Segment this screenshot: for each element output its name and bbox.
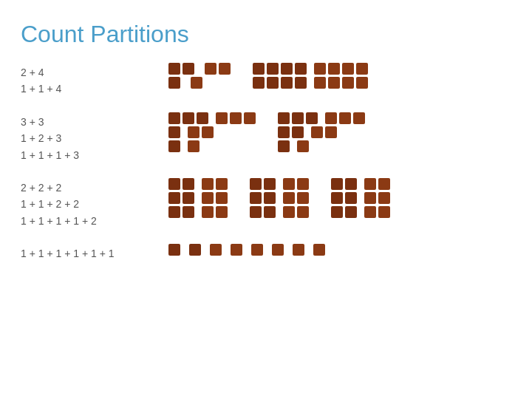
block <box>281 63 293 75</box>
block <box>168 244 180 256</box>
block <box>295 77 307 89</box>
label-4-1: 1 + 1 + 1 + 1 + 1 + 1 <box>21 245 168 262</box>
block <box>306 112 318 124</box>
block <box>364 178 376 190</box>
labels-3: 2 + 2 + 2 1 + 1 + 2 + 2 1 + 1 + 1 + 1 + … <box>21 178 168 229</box>
block <box>202 126 214 138</box>
block <box>264 206 276 218</box>
block <box>168 63 180 75</box>
block <box>202 178 214 190</box>
block <box>231 244 242 256</box>
block <box>364 192 376 204</box>
block <box>216 178 228 190</box>
label-2-1: 3 + 3 <box>21 114 168 130</box>
block <box>342 63 354 75</box>
block <box>278 140 290 152</box>
block <box>295 63 307 75</box>
block <box>264 178 276 190</box>
label-3-3: 1 + 1 + 1 + 1 + 2 <box>21 213 168 229</box>
block <box>378 178 390 190</box>
block <box>197 112 208 124</box>
block <box>244 112 256 124</box>
diagram-2-1 <box>168 112 256 152</box>
label-3-1: 2 + 2 + 2 <box>21 180 168 196</box>
block <box>272 244 284 256</box>
block <box>216 192 228 204</box>
block <box>345 206 357 218</box>
diagram-3-2 <box>250 178 309 218</box>
block <box>250 206 262 218</box>
block <box>283 178 295 190</box>
labels-4: 1 + 1 + 1 + 1 + 1 + 1 <box>21 244 168 262</box>
block <box>378 192 390 204</box>
block <box>264 192 276 204</box>
block <box>356 77 368 89</box>
block <box>328 77 340 89</box>
block <box>267 63 279 75</box>
block <box>331 192 343 204</box>
block <box>325 112 337 124</box>
block <box>311 126 323 138</box>
block <box>378 206 390 218</box>
block <box>253 77 265 89</box>
block <box>202 206 214 218</box>
block <box>356 63 368 75</box>
partition-row-3: 2 + 2 + 2 1 + 1 + 2 + 2 1 + 1 + 1 + 1 + … <box>21 178 511 229</box>
block <box>292 126 304 138</box>
block <box>314 77 326 89</box>
block <box>168 77 180 89</box>
label-1-1: 2 + 4 <box>21 64 168 81</box>
labels-2: 3 + 3 1 + 2 + 3 1 + 1 + 1 + 3 <box>21 112 168 163</box>
diagram-1-2 <box>253 63 368 89</box>
block <box>364 206 376 218</box>
block <box>168 140 180 152</box>
partition-row-4: 1 + 1 + 1 + 1 + 1 + 1 <box>21 244 511 262</box>
block <box>281 77 293 89</box>
block <box>183 63 194 75</box>
block <box>183 192 194 204</box>
partition-row-1: 2 + 4 1 + 1 + 4 <box>21 63 511 98</box>
diagrams-2 <box>168 112 511 152</box>
block <box>183 112 194 124</box>
block <box>216 112 228 124</box>
block <box>297 206 309 218</box>
diagram-3-3 <box>331 178 390 218</box>
diagrams-3 <box>168 178 511 218</box>
block <box>253 63 265 75</box>
block <box>293 244 304 256</box>
block <box>331 178 343 190</box>
block <box>168 178 180 190</box>
diagram-1-1 <box>168 63 231 89</box>
block <box>189 244 201 256</box>
diagram-3-1 <box>168 178 228 218</box>
block <box>297 192 309 204</box>
block <box>230 112 242 124</box>
diagrams-4 <box>168 244 511 256</box>
block <box>168 126 180 138</box>
label-1-2: 1 + 1 + 4 <box>21 81 168 97</box>
block <box>283 192 295 204</box>
block <box>183 178 194 190</box>
block <box>250 178 262 190</box>
block <box>191 77 202 89</box>
page-title: Count Partitions <box>0 0 532 63</box>
block <box>278 112 290 124</box>
label-2-2: 1 + 2 + 3 <box>21 130 168 146</box>
block <box>331 206 343 218</box>
block <box>297 178 309 190</box>
block <box>251 244 263 256</box>
block <box>345 178 357 190</box>
block <box>292 112 304 124</box>
block <box>188 140 200 152</box>
block <box>328 63 340 75</box>
block <box>168 192 180 204</box>
diagram-4-1 <box>168 244 325 256</box>
block <box>325 126 337 138</box>
block <box>205 63 216 75</box>
partition-row-2: 3 + 3 1 + 2 + 3 1 + 1 + 1 + 3 <box>21 112 511 163</box>
block <box>283 206 295 218</box>
block <box>183 206 194 218</box>
block <box>168 112 180 124</box>
block <box>353 112 365 124</box>
block <box>339 112 351 124</box>
